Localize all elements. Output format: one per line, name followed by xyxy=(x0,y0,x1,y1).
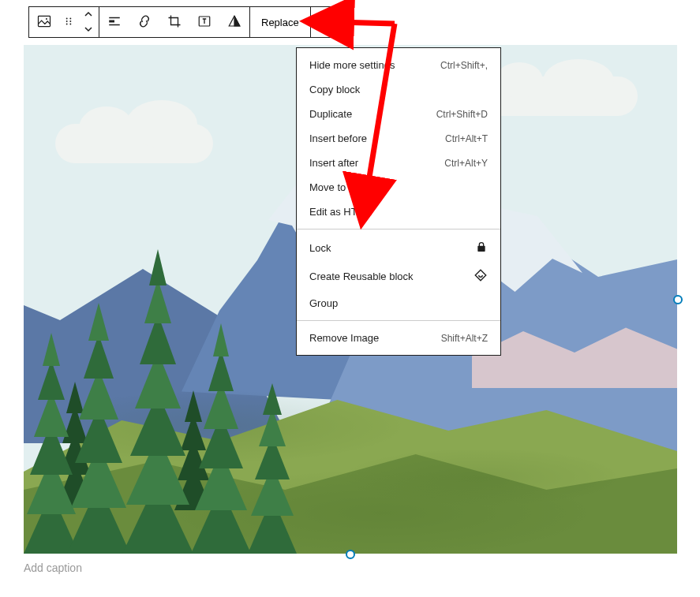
menu-item-copy-block[interactable]: Copy block xyxy=(297,77,500,102)
menu-item-label: Create Reusable block xyxy=(309,271,414,282)
menu-item-group[interactable]: Group xyxy=(297,291,500,315)
toolbar-group-format xyxy=(99,7,250,37)
resize-handle-right[interactable] xyxy=(673,295,683,304)
svg-point-3 xyxy=(69,17,71,19)
crop-button[interactable] xyxy=(159,7,189,37)
menu-item-label: Lock xyxy=(309,242,331,254)
svg-rect-0 xyxy=(39,16,51,26)
text-overlay-button[interactable] xyxy=(189,7,219,37)
menu-item-shortcut: Ctrl+Alt+Y xyxy=(444,158,488,169)
toolbar-group-more xyxy=(311,7,341,37)
menu-item-insert-after[interactable]: Insert after Ctrl+Alt+Y xyxy=(297,151,500,175)
menu-item-label: Move to xyxy=(309,181,346,193)
svg-point-5 xyxy=(69,21,71,22)
align-icon xyxy=(107,14,122,31)
link-button[interactable] xyxy=(129,7,159,37)
menu-item-remove-image[interactable]: Remove Image Shift+Alt+Z xyxy=(297,326,500,350)
mover-control xyxy=(78,7,99,37)
replace-button-label: Replace xyxy=(261,17,299,28)
menu-item-shortcut: Ctrl+Shift+, xyxy=(440,60,488,71)
svg-point-1 xyxy=(46,18,47,20)
duotone-icon xyxy=(227,14,241,31)
drag-icon xyxy=(63,16,74,29)
menu-item-label: Group xyxy=(309,297,338,309)
resize-handle-bottom[interactable] xyxy=(346,550,355,559)
drag-handle-button[interactable] xyxy=(59,7,78,37)
duotone-button[interactable] xyxy=(219,7,249,37)
menu-item-shortcut: Shift+Alt+Z xyxy=(441,333,488,344)
lock-icon xyxy=(475,241,488,256)
reusable-icon xyxy=(474,268,488,285)
more-options-menu: Hide more settings Ctrl+Shift+, Copy blo… xyxy=(296,47,501,356)
block-type-button[interactable] xyxy=(29,7,59,37)
menu-item-create-reusable-block[interactable]: Create Reusable block xyxy=(297,262,500,291)
svg-point-4 xyxy=(66,21,68,22)
svg-point-13 xyxy=(324,20,327,22)
move-up-button[interactable] xyxy=(78,7,99,22)
menu-item-lock[interactable]: Lock xyxy=(297,234,500,262)
svg-point-6 xyxy=(66,23,68,24)
kebab-icon xyxy=(319,14,333,31)
menu-item-label: Insert before xyxy=(309,132,367,144)
more-options-button[interactable] xyxy=(311,7,341,37)
svg-point-2 xyxy=(66,17,68,19)
crop-icon xyxy=(167,14,182,31)
move-down-button[interactable] xyxy=(78,22,99,37)
toolbar-group-replace: Replace xyxy=(250,7,311,37)
menu-item-edit-as-html[interactable]: Edit as HTML xyxy=(297,200,500,224)
image-caption-input[interactable]: Add caption xyxy=(24,562,677,574)
replace-button[interactable]: Replace xyxy=(250,7,310,37)
link-icon xyxy=(137,14,152,31)
align-button[interactable] xyxy=(99,7,129,37)
chevron-down-icon xyxy=(84,24,93,35)
menu-item-label: Remove Image xyxy=(309,332,379,344)
image-icon xyxy=(36,13,52,32)
menu-item-duplicate[interactable]: Duplicate Ctrl+Shift+D xyxy=(297,102,500,126)
block-toolbar: Replace xyxy=(28,6,342,38)
menu-item-label: Duplicate xyxy=(309,108,352,120)
menu-section-2: Lock Create Reusable block Group xyxy=(297,229,500,321)
svg-point-14 xyxy=(324,24,327,26)
menu-section-3: Remove Image Shift+Alt+Z xyxy=(297,321,500,355)
menu-item-label: Insert after xyxy=(309,157,358,169)
svg-point-12 xyxy=(324,16,327,18)
menu-item-shortcut: Ctrl+Shift+D xyxy=(436,109,488,120)
toolbar-group-block xyxy=(29,7,99,37)
menu-section-1: Hide more settings Ctrl+Shift+, Copy blo… xyxy=(297,48,500,229)
menu-item-label: Edit as HTML xyxy=(309,206,372,218)
svg-line-15 xyxy=(338,22,395,24)
text-overlay-icon xyxy=(197,14,211,31)
chevron-up-icon xyxy=(84,9,93,21)
caption-placeholder: Add caption xyxy=(24,562,82,574)
svg-point-7 xyxy=(69,23,71,24)
menu-item-label: Hide more settings xyxy=(309,59,395,71)
menu-item-label: Copy block xyxy=(309,84,360,95)
menu-item-hide-more-settings[interactable]: Hide more settings Ctrl+Shift+, xyxy=(297,53,500,77)
menu-item-shortcut: Ctrl+Alt+T xyxy=(445,133,488,144)
menu-item-move-to[interactable]: Move to xyxy=(297,175,500,200)
menu-item-insert-before[interactable]: Insert before Ctrl+Alt+T xyxy=(297,126,500,151)
